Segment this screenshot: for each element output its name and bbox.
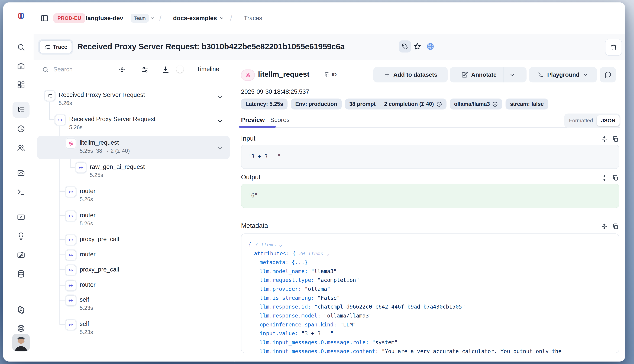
- input-collapse-icon[interactable]: [601, 136, 608, 142]
- add-to-datasets-button[interactable]: Add to datasets: [373, 67, 448, 82]
- filter-sliders-icon[interactable]: [141, 66, 149, 74]
- observation-tree-panel: Timeline Received Proxy Server Request 5…: [34, 60, 235, 362]
- span-node-icon: [66, 265, 76, 276]
- token-usage-badge: 38 prompt → 2 completion (Σ 40): [345, 99, 446, 110]
- datasets-database-icon[interactable]: [17, 270, 25, 278]
- bookmark-star-icon[interactable]: [413, 42, 421, 50]
- tab-scores[interactable]: Scores: [270, 116, 290, 124]
- tracing-icon[interactable]: [17, 106, 25, 114]
- annotate-chevron-icon[interactable]: [509, 72, 515, 78]
- circle-plus-icon[interactable]: [492, 101, 498, 107]
- home-icon[interactable]: [17, 62, 25, 70]
- tree-row-label[interactable]: router: [80, 188, 95, 194]
- playground-chevron-icon: [583, 72, 588, 78]
- metadata-json-viewer[interactable]: { 3 Items ⌄ attributes: { 20 Items ⌄ met…: [241, 234, 619, 353]
- info-icon[interactable]: [436, 101, 442, 107]
- tab-preview[interactable]: Preview: [241, 116, 265, 124]
- tree-connector: [59, 191, 66, 192]
- chevron-down-icon[interactable]: [217, 144, 223, 151]
- support-lifebuoy-icon[interactable]: [17, 324, 25, 332]
- tab-baseline: [239, 127, 620, 128]
- copy-id-icon[interactable]: [324, 72, 330, 78]
- json-line: llm.provider: "ollama": [248, 285, 619, 294]
- search-input[interactable]: [53, 66, 115, 73]
- span-node-icon: [66, 280, 76, 291]
- view-json-option[interactable]: JSON: [597, 115, 619, 126]
- search-icon[interactable]: [17, 43, 25, 51]
- tags-button[interactable]: [399, 40, 411, 52]
- users-icon[interactable]: [17, 144, 25, 152]
- annotation-queue-icon[interactable]: [17, 251, 25, 260]
- tree-connector: [59, 239, 66, 240]
- json-line[interactable]: { 3 Items ⌄: [248, 240, 619, 249]
- output-copy-icon[interactable]: [612, 174, 619, 181]
- breadcrumb-section[interactable]: Traces: [244, 14, 262, 22]
- tree-connector: [59, 254, 66, 255]
- latency-badge: Latency: 5.25s: [241, 99, 288, 110]
- sidebar-toggle-icon[interactable]: [40, 14, 49, 22]
- metadata-section-label: Metadata: [241, 222, 268, 230]
- annotate-split-button[interactable]: Annotate: [450, 67, 526, 82]
- json-line: llm.input_messages.0.message.role: "syst…: [248, 338, 619, 347]
- tree-row-label[interactable]: raw_gen_ai_request: [90, 163, 145, 170]
- tree-row-duration: 5.23s: [80, 305, 93, 311]
- badge-row: Latency: 5.25s Env: production 38 prompt…: [241, 99, 548, 110]
- metadata-copy-icon[interactable]: [612, 223, 619, 230]
- chevron-down-icon[interactable]: [217, 118, 223, 124]
- input-section-label: Input: [241, 135, 256, 142]
- tree-row-label[interactable]: self: [80, 320, 89, 327]
- sessions-clock-icon[interactable]: [17, 125, 25, 133]
- view-formatted-option[interactable]: Formatted: [565, 118, 597, 124]
- input-value-box[interactable]: "3 + 3 = ": [241, 144, 619, 169]
- project-chevron-down-icon[interactable]: [219, 15, 225, 21]
- json-line[interactable]: metadata: {...}: [248, 258, 619, 267]
- chevron-down-icon[interactable]: [217, 94, 223, 100]
- app-window: PROD-EU langfuse-dev Team / docs-example…: [3, 2, 625, 362]
- tree-row-tokens: 38 → 2 (Σ 40): [96, 148, 130, 154]
- evaluators-icon[interactable]: [17, 213, 25, 221]
- json-line: llm.model_name: "llama3": [248, 267, 619, 276]
- output-collapse-icon[interactable]: [601, 174, 608, 181]
- dashboard-icon[interactable]: [17, 81, 25, 89]
- input-copy-icon[interactable]: [612, 136, 619, 142]
- tree-row-label[interactable]: Received Proxy Server Request: [59, 91, 145, 98]
- tree-row-label[interactable]: proxy_pre_call: [80, 236, 119, 242]
- metadata-collapse-icon[interactable]: [601, 223, 608, 230]
- tree-row-duration: 5.26s: [59, 100, 72, 106]
- tree-connector: [59, 215, 66, 216]
- tree-row-label[interactable]: proxy_pre_call: [80, 266, 119, 272]
- json-line[interactable]: attributes: { 20 Items ⌄: [248, 249, 619, 258]
- terminal-icon: [538, 72, 544, 78]
- playground-button[interactable]: Playground: [529, 67, 597, 82]
- comments-button[interactable]: [600, 67, 616, 82]
- output-value-box[interactable]: "6": [241, 184, 619, 208]
- tree-row-label[interactable]: self: [80, 296, 89, 303]
- tree-row-label[interactable]: router: [80, 281, 95, 288]
- tree-row-label[interactable]: router: [80, 251, 95, 258]
- tree-row-duration: 5.26s: [69, 124, 83, 130]
- org-chevron-down-icon[interactable]: [150, 15, 155, 21]
- download-icon[interactable]: [162, 66, 169, 74]
- model-badge[interactable]: ollama/llama3: [450, 99, 502, 110]
- id-label[interactable]: ID: [332, 72, 337, 78]
- json-line: llm.is_streaming: "False": [248, 294, 619, 302]
- public-globe-icon[interactable]: [426, 42, 434, 50]
- breadcrumb-project[interactable]: docs-examples: [173, 14, 217, 22]
- desktop-background: PROD-EU langfuse-dev Team / docs-example…: [0, 0, 634, 364]
- playground-terminal-icon[interactable]: [17, 188, 25, 196]
- prompts-file-icon[interactable]: [17, 169, 25, 177]
- tree-row-duration: 5.23s: [80, 329, 93, 336]
- org-type-badge: Team: [131, 14, 149, 23]
- json-line: llm.response.id: "chatcmpl-d96622c0-c642…: [248, 302, 619, 312]
- org-logo-icon[interactable]: [17, 12, 25, 20]
- org-name[interactable]: langfuse-dev: [86, 14, 123, 22]
- settings-gear-icon[interactable]: [17, 306, 25, 314]
- user-avatar[interactable]: [12, 334, 30, 351]
- delete-trace-button[interactable]: [605, 39, 622, 56]
- collapse-all-icon[interactable]: [118, 66, 126, 74]
- view-mode-toggle[interactable]: Formatted JSON: [564, 114, 620, 128]
- tree-row-label[interactable]: Received Proxy Server Request: [69, 116, 155, 122]
- judge-lightbulb-icon[interactable]: [17, 232, 25, 240]
- tree-row-label[interactable]: litellm_request: [80, 139, 119, 146]
- tree-row-label[interactable]: router: [80, 212, 95, 218]
